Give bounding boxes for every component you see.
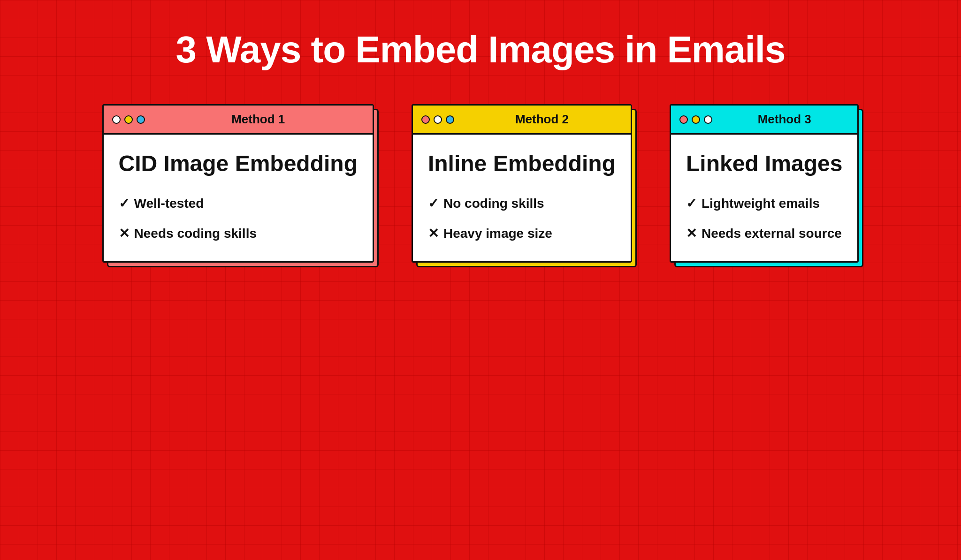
card-2-header: Method 2: [413, 106, 631, 135]
card-1-features: ✓ Well-tested ✕ Needs coding skills: [119, 195, 358, 242]
cards-container: Method 1 CID Image Embedding ✓ Well-test…: [102, 104, 859, 263]
cross-icon-1: ✕: [119, 225, 130, 242]
card-3-features: ✓ Lightweight emails ✕ Needs external so…: [686, 195, 842, 242]
card-1-inner: Method 1 CID Image Embedding ✓ Well-test…: [102, 104, 374, 263]
card-method-1: Method 1 CID Image Embedding ✓ Well-test…: [102, 104, 374, 263]
card-3-header: Method 3: [671, 106, 857, 135]
card-2-features: ✓ No coding skills ✕ Heavy image size: [428, 195, 616, 242]
dot-1-2: [124, 115, 133, 124]
card-3-con-1-text: Needs external source: [702, 225, 842, 242]
card-2-pro-1-text: No coding skills: [443, 195, 544, 212]
card-method-2: Method 2 Inline Embedding ✓ No coding sk…: [412, 104, 632, 263]
traffic-lights-2: [421, 115, 454, 124]
card-2-pro-1: ✓ No coding skills: [428, 195, 616, 212]
card-2-con-1-text: Heavy image size: [443, 225, 552, 242]
dot-1-3: [137, 115, 145, 124]
dot-2-1: [421, 115, 430, 124]
card-1-pro-1: ✓ Well-tested: [119, 195, 358, 212]
page-title: 3 Ways to Embed Images in Emails: [176, 28, 786, 71]
card-1-pro-1-text: Well-tested: [134, 195, 204, 212]
card-2-method-title: Inline Embedding: [428, 151, 616, 176]
dot-2-3: [446, 115, 454, 124]
card-2-inner: Method 2 Inline Embedding ✓ No coding sk…: [412, 104, 632, 263]
card-1-header-label: Method 1: [153, 112, 364, 127]
dot-3-2: [692, 115, 700, 124]
card-3-con-1: ✕ Needs external source: [686, 225, 842, 242]
card-1-con-1: ✕ Needs coding skills: [119, 225, 358, 242]
dot-3-1: [679, 115, 688, 124]
card-3-body: Linked Images ✓ Lightweight emails ✕ Nee…: [671, 135, 857, 261]
card-2-con-1: ✕ Heavy image size: [428, 225, 616, 242]
card-3-pro-1: ✓ Lightweight emails: [686, 195, 842, 212]
check-icon-2: ✓: [428, 195, 439, 212]
cross-icon-2: ✕: [428, 225, 439, 242]
card-3-inner: Method 3 Linked Images ✓ Lightweight ema…: [670, 104, 859, 263]
dot-3-3: [704, 115, 712, 124]
traffic-lights-1: [112, 115, 145, 124]
check-icon-3: ✓: [686, 195, 697, 212]
dot-1-1: [112, 115, 121, 124]
card-3-pro-1-text: Lightweight emails: [702, 195, 820, 212]
check-icon-1: ✓: [119, 195, 130, 212]
card-1-body: CID Image Embedding ✓ Well-tested ✕ Need…: [104, 135, 373, 261]
cross-icon-3: ✕: [686, 225, 697, 242]
card-2-body: Inline Embedding ✓ No coding skills ✕ He…: [413, 135, 631, 261]
card-1-method-title: CID Image Embedding: [119, 151, 358, 176]
card-2-header-label: Method 2: [462, 112, 622, 127]
card-1-header: Method 1: [104, 106, 373, 135]
card-1-con-1-text: Needs coding skills: [134, 225, 257, 242]
card-3-method-title: Linked Images: [686, 151, 842, 176]
dot-2-2: [434, 115, 442, 124]
card-method-3: Method 3 Linked Images ✓ Lightweight ema…: [670, 104, 859, 263]
traffic-lights-3: [679, 115, 712, 124]
card-3-header-label: Method 3: [720, 112, 849, 127]
